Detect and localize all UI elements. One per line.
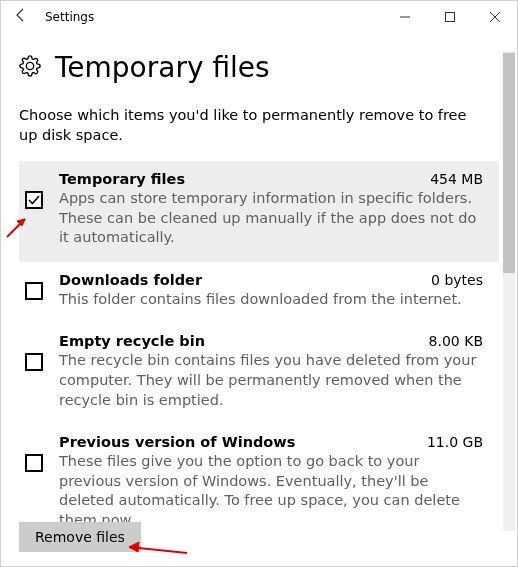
item-desc: This folder contains files downloaded fr… <box>59 290 483 310</box>
item-size: 0 bytes <box>431 272 483 288</box>
item-name: Temporary files <box>59 171 185 187</box>
item-name: Downloads folder <box>59 272 202 288</box>
item-name: Previous version of Windows <box>59 434 295 450</box>
item-size: 454 MB <box>430 171 483 187</box>
window-title: Settings <box>41 10 94 24</box>
checkbox[interactable] <box>25 191 43 209</box>
page-title: Temporary files <box>55 51 270 84</box>
checkbox[interactable] <box>25 353 43 371</box>
item-name: Empty recycle bin <box>59 333 205 349</box>
list-item[interactable]: Temporary files 454 MB Apps can store te… <box>19 161 499 262</box>
item-size: 11.0 GB <box>427 434 483 450</box>
remove-files-button[interactable]: Remove files <box>19 522 141 552</box>
list-item[interactable]: Empty recycle bin 8.00 KB The recycle bi… <box>19 323 499 424</box>
maximize-button[interactable] <box>427 1 472 33</box>
item-desc: The recycle bin contains files you have … <box>59 351 483 410</box>
item-desc: Apps can store temporary information in … <box>59 189 483 248</box>
list-item[interactable]: Downloads folder 0 bytes This folder con… <box>19 262 499 324</box>
close-button[interactable] <box>472 1 517 33</box>
minimize-button[interactable] <box>382 1 427 33</box>
scrollbar-thumb[interactable] <box>503 53 515 273</box>
svg-rect-1 <box>445 13 454 22</box>
item-size: 8.00 KB <box>429 333 483 349</box>
intro-text: Choose which items you'd like to permane… <box>19 106 499 145</box>
titlebar: Settings <box>1 1 517 33</box>
item-desc: These files give you the option to go ba… <box>59 452 483 530</box>
checkbox[interactable] <box>25 282 43 300</box>
items-list: Temporary files 454 MB Apps can store te… <box>19 161 499 544</box>
checkbox[interactable] <box>25 454 43 472</box>
back-button[interactable] <box>1 7 41 27</box>
gear-icon <box>19 55 41 81</box>
